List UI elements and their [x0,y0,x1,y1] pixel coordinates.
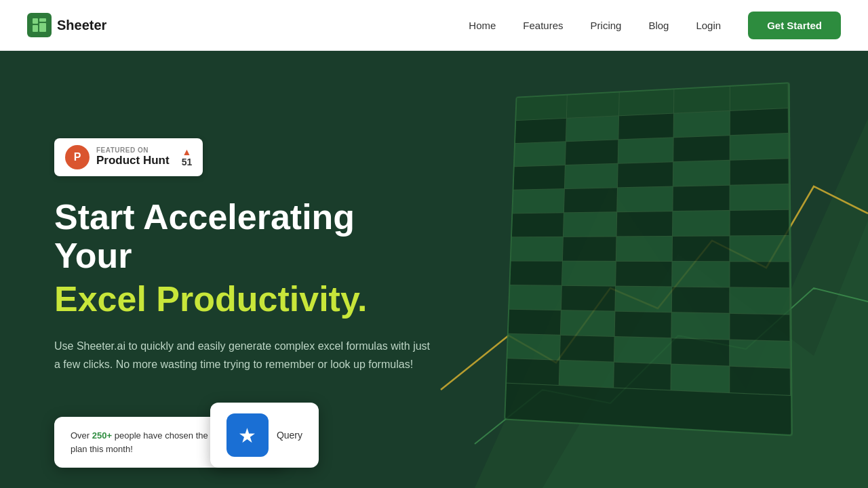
ph-votes: ▲ 51 [182,147,193,167]
nav-pricing[interactable]: Pricing [591,20,622,31]
svg-rect-0 [33,18,38,24]
ph-name-label: Product Hunt [96,154,170,167]
navbar: Sheeter Home Features Pricing Blog Login… [0,0,868,51]
query-label: Query [277,430,302,441]
svg-rect-2 [39,18,46,22]
product-hunt-icon: P [65,145,90,169]
logo-text: Sheeter [57,18,106,33]
hero-description: Use Sheeter.ai to quickly and easily gen… [54,337,434,373]
nav-links: Home Features Pricing Blog Login Get Sta… [469,12,841,39]
popup-count: 250+ [92,430,112,441]
nav-login[interactable]: Login [696,20,721,31]
nav-features[interactable]: Features [523,20,563,31]
product-hunt-text: FEATURED ON Product Hunt [96,146,170,167]
hero-heading-line1: Start Accelerating Your [54,198,434,275]
get-started-button[interactable]: Get Started [748,12,841,39]
product-hunt-badge[interactable]: P FEATURED ON Product Hunt ▲ 51 [54,138,203,176]
hero-heading-line2: Excel Productivity. [54,278,434,320]
query-widget: ★ Query [210,403,319,468]
logo-icon [27,13,52,37]
hero-content: P FEATURED ON Product Hunt ▲ 51 Start Ac… [0,138,488,401]
excel-graphic [502,85,787,424]
nav-home[interactable]: Home [469,20,496,31]
hero-section: P FEATURED ON Product Hunt ▲ 51 Start Ac… [0,51,868,488]
ph-upvote-arrow: ▲ [182,147,192,157]
star-icon: ★ [238,424,256,447]
ph-vote-count: 51 [182,157,193,167]
svg-rect-1 [33,25,38,32]
svg-rect-3 [39,23,46,32]
nav-blog[interactable]: Blog [648,20,669,31]
logo-link[interactable]: Sheeter [27,13,106,37]
ph-featured-label: FEATURED ON [96,146,170,154]
star-icon-box: ★ [226,413,269,457]
